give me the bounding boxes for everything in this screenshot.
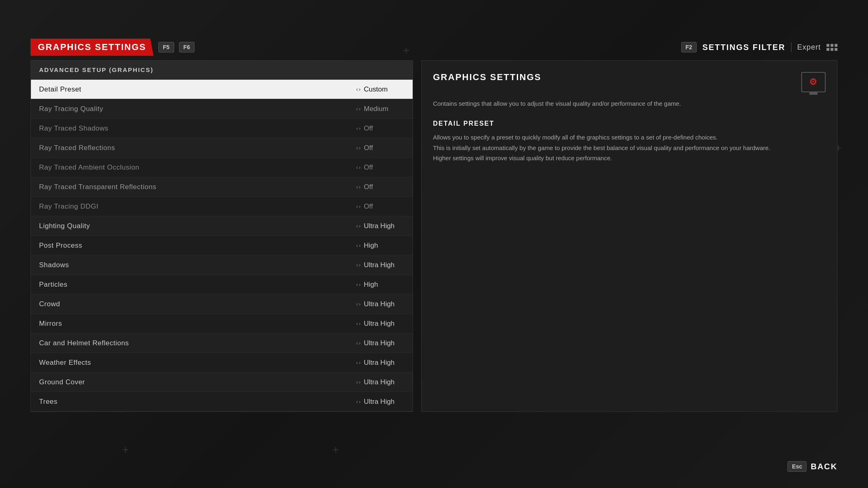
arrow-left-icon: ‹ [356, 223, 358, 229]
setting-row-weather-effects[interactable]: Weather Effects ‹ › Ultra High [31, 353, 413, 373]
arrow-right-icon: › [359, 164, 361, 170]
arrows-detail-preset: ‹ › [356, 86, 361, 92]
setting-row-ray-traced-ambient-occlusion[interactable]: Ray Traced Ambient Occlusion ‹ › Off [31, 158, 413, 177]
settings-filter-label: SETTINGS FILTER [702, 43, 785, 52]
arrows-lighting-quality: ‹ › [356, 223, 361, 229]
setting-value-ray-traced-reflections: Off [364, 144, 404, 152]
setting-name-shadows: Shadows [39, 261, 69, 269]
setting-row-ray-traced-shadows[interactable]: Ray Traced Shadows ‹ › Off [31, 119, 413, 138]
setting-value-ray-traced-transparent-reflections: Off [364, 183, 404, 191]
setting-value-section-weather-effects: ‹ › Ultra High [356, 359, 404, 367]
arrows-shadows: ‹ › [356, 262, 361, 268]
gear-icon: ⚙ [809, 77, 818, 87]
arrow-right-icon: › [359, 320, 361, 327]
arrow-left-icon: ‹ [356, 262, 358, 268]
settings-list: Detail Preset ‹ › Custom Ray Tracing Qua… [31, 80, 413, 412]
setting-value-section-detail-preset: ‹ › Custom [356, 85, 404, 94]
setting-value-section-ray-traced-ambient-occlusion: ‹ › Off [356, 163, 404, 172]
setting-row-ground-cover[interactable]: Ground Cover ‹ › Ultra High [31, 373, 413, 392]
arrow-right-icon: › [359, 145, 361, 151]
arrows-weather-effects: ‹ › [356, 359, 361, 366]
setting-row-trees[interactable]: Trees ‹ › Ultra High [31, 392, 413, 412]
setting-row-crowd[interactable]: Crowd ‹ › Ultra High [31, 294, 413, 314]
expert-label: Expert [797, 43, 821, 52]
setting-value-section-ray-traced-shadows: ‹ › Off [356, 124, 404, 133]
arrow-right-icon: › [359, 399, 361, 405]
setting-value-weather-effects: Ultra High [364, 359, 404, 367]
arrow-left-icon: ‹ [356, 203, 358, 209]
setting-name-ground-cover: Ground Cover [39, 378, 85, 386]
setting-value-section-shadows: ‹ › Ultra High [356, 261, 404, 269]
arrows-ray-traced-shadows: ‹ › [356, 125, 361, 131]
setting-row-post-process[interactable]: Post Process ‹ › High [31, 236, 413, 255]
arrow-right-icon: › [359, 340, 361, 346]
arrow-left-icon: ‹ [356, 301, 358, 307]
main-content: ADVANCED SETUP (GRAPHICS) Detail Preset … [31, 60, 837, 412]
f5-key[interactable]: F5 [158, 42, 174, 52]
setting-row-ray-traced-reflections[interactable]: Ray Traced Reflections ‹ › Off [31, 138, 413, 158]
arrow-right-icon: › [359, 281, 361, 288]
setting-row-shadows[interactable]: Shadows ‹ › Ultra High [31, 255, 413, 275]
monitor-icon: ⚙ [801, 72, 826, 92]
setting-row-detail-preset[interactable]: Detail Preset ‹ › Custom [31, 80, 413, 99]
setting-value-section-mirrors: ‹ › Ultra High [356, 320, 404, 328]
setting-value-section-particles: ‹ › High [356, 281, 404, 289]
setting-row-lighting-quality[interactable]: Lighting Quality ‹ › Ultra High [31, 216, 413, 236]
setting-row-ray-tracing-ddgi[interactable]: Ray Tracing DDGI ‹ › Off [31, 197, 413, 216]
left-panel: ADVANCED SETUP (GRAPHICS) Detail Preset … [31, 60, 413, 412]
setting-value-section-car-and-helmet-reflections: ‹ › Ultra High [356, 339, 404, 347]
arrows-ray-traced-ambient-occlusion: ‹ › [356, 164, 361, 170]
setting-value-section-lighting-quality: ‹ › Ultra High [356, 222, 404, 230]
right-panel-title-row: GRAPHICS SETTINGS ⚙ [433, 72, 826, 92]
arrow-left-icon: ‹ [356, 145, 358, 151]
arrow-left-icon: ‹ [356, 281, 358, 288]
setting-value-section-trees: ‹ › Ultra High [356, 398, 404, 406]
setting-name-ray-tracing-ddgi: Ray Tracing DDGI [39, 203, 98, 211]
setting-row-mirrors[interactable]: Mirrors ‹ › Ultra High [31, 314, 413, 333]
setting-name-ray-tracing-quality: Ray Tracing Quality [39, 105, 103, 113]
setting-name-ray-traced-reflections: Ray Traced Reflections [39, 144, 115, 152]
setting-name-ray-traced-transparent-reflections: Ray Traced Transparent Reflections [39, 183, 156, 191]
right-panel: GRAPHICS SETTINGS ⚙ Contains settings th… [421, 60, 837, 412]
setting-name-crowd: Crowd [39, 300, 60, 308]
setting-value-post-process: High [364, 242, 404, 250]
arrow-right-icon: › [359, 86, 361, 92]
arrow-left-icon: ‹ [356, 184, 358, 190]
setting-value-section-ray-tracing-quality: ‹ › Medium [356, 105, 404, 113]
setting-value-trees: Ultra High [364, 398, 404, 406]
f2-key[interactable]: F2 [681, 42, 697, 52]
arrows-ray-tracing-ddgi: ‹ › [356, 203, 361, 209]
setting-row-car-and-helmet-reflections[interactable]: Car and Helmet Reflections ‹ › Ultra Hig… [31, 333, 413, 353]
setting-value-ray-tracing-quality: Medium [364, 105, 404, 113]
back-label[interactable]: BACK [811, 462, 837, 471]
arrow-right-icon: › [359, 203, 361, 209]
divider [791, 42, 791, 52]
setting-row-ray-tracing-quality[interactable]: Ray Tracing Quality ‹ › Medium [31, 99, 413, 119]
f6-key[interactable]: F6 [179, 42, 195, 52]
header: GRAPHICS SETTINGS F5 F6 F2 SETTINGS FILT… [31, 39, 837, 56]
panel-header: ADVANCED SETUP (GRAPHICS) [31, 61, 413, 80]
arrow-right-icon: › [359, 106, 361, 112]
arrows-trees: ‹ › [356, 399, 361, 405]
setting-row-particles[interactable]: Particles ‹ › High [31, 275, 413, 294]
esc-key[interactable]: Esc [787, 461, 807, 472]
arrow-right-icon: › [359, 184, 361, 190]
arrow-right-icon: › [359, 125, 361, 131]
setting-row-ray-traced-transparent-reflections[interactable]: Ray Traced Transparent Reflections ‹ › O… [31, 177, 413, 197]
arrow-right-icon: › [359, 223, 361, 229]
arrows-ray-tracing-quality: ‹ › [356, 106, 361, 112]
setting-value-ray-traced-shadows: Off [364, 124, 404, 133]
arrow-left-icon: ‹ [356, 125, 358, 131]
setting-value-section-ray-tracing-ddgi: ‹ › Off [356, 203, 404, 211]
setting-name-post-process: Post Process [39, 242, 82, 250]
setting-name-ray-traced-shadows: Ray Traced Shadows [39, 124, 109, 133]
grid-view-icon[interactable] [826, 44, 837, 51]
setting-name-trees: Trees [39, 398, 57, 406]
arrow-right-icon: › [359, 242, 361, 248]
right-panel-title: GRAPHICS SETTINGS [433, 72, 541, 83]
setting-name-weather-effects: Weather Effects [39, 359, 91, 367]
arrows-mirrors: ‹ › [356, 320, 361, 327]
arrow-right-icon: › [359, 359, 361, 366]
arrow-right-icon: › [359, 379, 361, 385]
arrow-left-icon: ‹ [356, 359, 358, 366]
